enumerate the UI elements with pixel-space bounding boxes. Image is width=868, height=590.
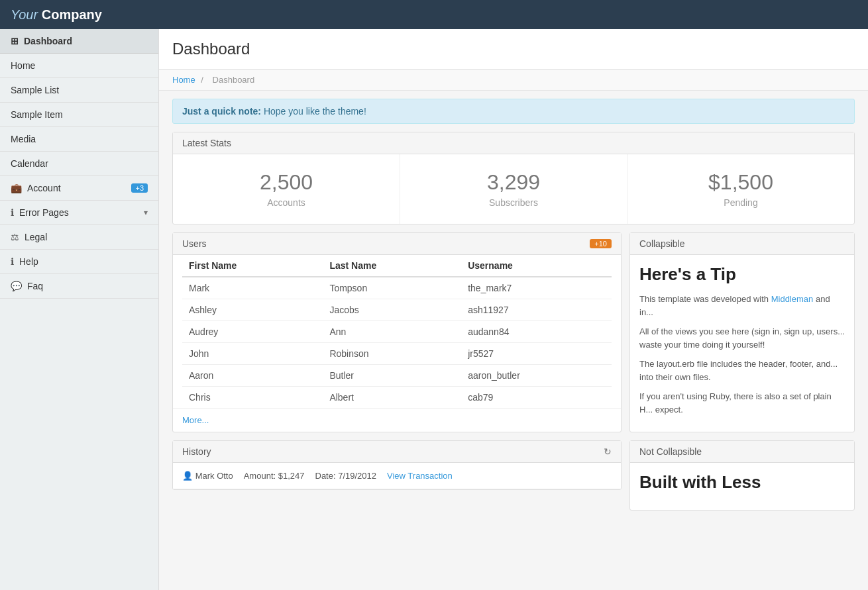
table-row: Chris Albert cab79 — [182, 387, 612, 409]
brand-bold: Company — [42, 7, 102, 22]
table-header-row: First Name Last Name Username — [182, 255, 612, 277]
cell-last-name: Jacobs — [323, 299, 461, 321]
collapsible-panel: Collapsible Here's a Tip This template w… — [629, 232, 855, 432]
sidebar-dashboard[interactable]: ⊞ Dashboard — [0, 29, 158, 54]
sidebar-label-calendar: Calendar — [11, 158, 48, 169]
sidebar-label-help: Help — [19, 256, 38, 267]
cell-first-name: Aaron — [182, 365, 323, 387]
stat-accounts-number: 2,500 — [184, 170, 389, 195]
info-icon: ℹ — [11, 207, 14, 218]
history-row: 👤 Mark Otto Amount: $1,247 Date: 7/19/20… — [173, 463, 621, 489]
alert-banner: Just a quick note: Hope you like the the… — [172, 99, 855, 124]
sidebar-item-legal[interactable]: ⚖ Legal — [0, 225, 158, 250]
user-icon: 👤 — [182, 471, 195, 481]
users-panel: Users +10 First Name Last Name Username — [172, 232, 622, 432]
alert-label: Just a quick note: — [182, 106, 261, 117]
table-row: John Robinson jr5527 — [182, 343, 612, 365]
users-table-wrapper: First Name Last Name Username Mark Tomps… — [173, 255, 621, 408]
sidebar-dashboard-label: Dashboard — [24, 36, 72, 46]
tip-para-4: If you aren't using Ruby, there is also … — [639, 390, 845, 416]
cell-username: ash11927 — [461, 299, 612, 321]
users-badge: +10 — [590, 239, 612, 248]
stat-subscribers-label: Subscribers — [411, 197, 616, 208]
account-badge: +3 — [131, 183, 148, 193]
cell-first-name: John — [182, 343, 323, 365]
cell-username: the_mark7 — [461, 277, 612, 299]
not-collapsible-title: Not Collapsible — [639, 446, 702, 457]
not-collapsible-panel: Not Collapsible Built with Less — [629, 440, 855, 511]
sidebar-item-media[interactable]: Media — [0, 127, 158, 152]
sidebar-label-faq: Faq — [27, 281, 43, 291]
not-collapsible-content-title: Built with Less — [639, 472, 845, 493]
dashboard-icon: ⊞ — [11, 36, 19, 46]
collapsible-panel-title: Collapsible — [639, 238, 684, 249]
main-content: Dashboard Home / Dashboard Just a quick … — [159, 29, 868, 590]
two-col-layout: Users +10 First Name Last Name Username — [172, 232, 855, 518]
cell-first-name: Chris — [182, 387, 323, 409]
stats-section: Latest Stats 2,500 Accounts 3,299 Subscr… — [172, 132, 855, 224]
sidebar-item-help[interactable]: ℹ Help — [0, 250, 158, 274]
breadcrumb-separator: / — [201, 75, 205, 85]
sidebar-label-legal: Legal — [25, 232, 47, 242]
tip-body: This template was developed with Middlem… — [639, 293, 845, 416]
chevron-down-icon: ▾ — [144, 208, 148, 217]
sidebar-item-sample-list[interactable]: Sample List — [0, 78, 158, 103]
cell-first-name: Mark — [182, 277, 323, 299]
view-transaction-link[interactable]: View Transaction — [387, 471, 453, 481]
legal-icon: ⚖ — [11, 232, 19, 242]
stat-subscribers-number: 3,299 — [411, 170, 616, 195]
stat-accounts: 2,500 Accounts — [173, 154, 400, 224]
table-row: Mark Tompson the_mark7 — [182, 277, 612, 299]
cell-last-name: Robinson — [323, 343, 461, 365]
page-header: Dashboard — [159, 29, 868, 70]
cell-last-name: Tompson — [323, 277, 461, 299]
history-panel-title: History — [182, 446, 211, 457]
collapsible-panel-header[interactable]: Collapsible — [630, 233, 854, 255]
breadcrumb: Home / Dashboard — [159, 70, 868, 91]
more-link[interactable]: More... — [173, 408, 621, 432]
brand: Your Company — [11, 7, 102, 23]
table-row: Audrey Ann audann84 — [182, 321, 612, 343]
col-username: Username — [461, 255, 612, 277]
account-icon: 💼 — [11, 183, 22, 193]
top-navbar: Your Company — [0, 0, 868, 29]
cell-last-name: Ann — [323, 321, 461, 343]
sidebar-label-sample-list: Sample List — [11, 85, 59, 95]
side-column: Collapsible Here's a Tip This template w… — [629, 232, 855, 518]
tip-para-3: The layout.erb file includes the header,… — [639, 358, 845, 383]
sidebar-item-home[interactable]: Home — [0, 54, 158, 78]
sidebar-item-calendar[interactable]: Calendar — [0, 152, 158, 176]
faq-icon: 💬 — [11, 281, 22, 291]
sidebar-item-sample-item[interactable]: Sample Item — [0, 103, 158, 127]
tip-para-1: This template was developed with Middlem… — [639, 293, 845, 319]
breadcrumb-current: Dashboard — [213, 75, 255, 85]
users-panel-title: Users — [182, 238, 207, 249]
cell-first-name: Ashley — [182, 299, 323, 321]
history-panel-header: History ↻ — [173, 441, 621, 463]
tip-title: Here's a Tip — [639, 264, 845, 285]
stat-pending: $1,500 Pending — [627, 154, 854, 224]
users-panel-header: Users +10 — [173, 233, 621, 255]
users-table-body: Mark Tompson the_mark7 Ashley Jacobs ash… — [182, 277, 612, 408]
middleman-link[interactable]: Middleman — [771, 294, 814, 304]
breadcrumb-home[interactable]: Home — [172, 75, 195, 85]
sidebar-item-error-pages[interactable]: ℹ Error Pages ▾ — [0, 201, 158, 225]
not-collapsible-panel-body: Built with Less — [630, 463, 854, 510]
stat-pending-label: Pending — [638, 197, 843, 208]
sidebar-label-sample-item: Sample Item — [11, 109, 63, 120]
sidebar-item-account[interactable]: 💼 Account +3 — [0, 176, 158, 201]
history-date: Date: 7/19/2012 — [315, 471, 377, 481]
sidebar-label-home: Home — [11, 60, 35, 71]
cell-last-name: Butler — [323, 365, 461, 387]
table-row: Aaron Butler aaron_butler — [182, 365, 612, 387]
table-row: Ashley Jacobs ash11927 — [182, 299, 612, 321]
cell-username: cab79 — [461, 387, 612, 409]
sidebar-item-faq[interactable]: 💬 Faq — [0, 274, 158, 299]
sidebar-label-media: Media — [11, 134, 36, 144]
collapsible-panel-body: Here's a Tip This template was developed… — [630, 255, 854, 432]
refresh-icon[interactable]: ↻ — [604, 446, 612, 457]
sidebar-label-error-pages: Error Pages — [19, 207, 69, 218]
col-first-name: First Name — [182, 255, 323, 277]
help-icon: ℹ — [11, 256, 14, 267]
sidebar-label-account: Account — [27, 183, 61, 193]
